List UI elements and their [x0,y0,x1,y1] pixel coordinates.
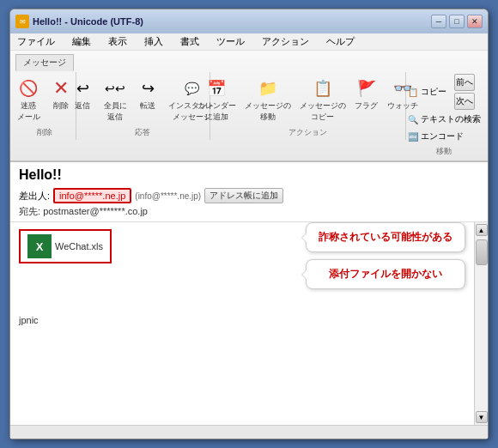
ribbon-group-actions: 📅 カレンダーに追加 📁 メッセージの移動 📋 メッセージのコピー 🚩 フラグ [212,72,406,140]
from-display: (info@*****.ne.jp) [135,191,201,201]
to-address: postmaster@*******.co.jp [43,206,148,216]
delete-label: 削除 [53,100,69,112]
forward-label: 転送 [140,100,155,112]
move-button[interactable]: 📁 メッセージの移動 [241,74,295,125]
attachment[interactable]: X WeChat.xls [19,229,112,263]
ribbon-right-row2: 🔍 テキストの検索 [404,112,485,127]
ribbon-group-delete-label: 削除 [37,127,52,138]
move-icon: 📁 [256,76,280,100]
menu-actions[interactable]: アクション [258,33,313,50]
titlebar-left: ✉ Hello!! - Unicode (UTF-8) [15,15,143,28]
reply-all-label: 全員に返信 [104,100,127,123]
from-address: info@*****.ne.jp [53,188,131,203]
ribbon-right-row3: 🔤 エンコード [404,129,468,144]
email-body-area: X WeChat.xls 詐称されている可能性がある 添付ファイルを開かない [10,222,474,425]
search-text-label: テキストの検索 [421,113,481,125]
delete-junk-button[interactable]: 🚫 迷惑メール [13,74,44,125]
copy-message-button[interactable]: 📋 メッセージのコピー [296,74,349,125]
app-icon: ✉ [15,15,29,28]
warning-callout-2: 添付ファイルを開かない [306,259,465,289]
copy-right-icon: 📋 [408,88,418,97]
junk-mail-label: 迷惑メール [17,100,40,123]
move-label: メッセージの移動 [245,100,291,123]
nav-buttons: 前へ 次へ [454,74,475,110]
scrollbar-thumb[interactable] [476,239,488,265]
menu-format[interactable]: 書式 [177,33,203,50]
encode-label: エンコード [421,130,464,142]
warning-text-1: 詐称されている可能性がある [319,231,452,243]
flag-label: フラグ [355,100,378,112]
copy-right-label: コピー [421,86,446,98]
scroll-up-button[interactable]: ▲ [476,224,488,236]
ribbon-tabs: メッセージ [15,54,483,70]
search-text-button[interactable]: 🔍 テキストの検索 [404,112,485,127]
ribbon-group-right-label: 移動 [436,146,452,157]
titlebar-controls: ─ □ ✕ [431,15,483,28]
copy-message-icon: 📋 [311,76,335,100]
menu-file[interactable]: ファイル [14,33,58,50]
address-book-button[interactable]: アドレス帳に追加 [204,188,283,203]
reply-button[interactable]: ↩ 返信 [67,74,98,114]
ribbon: メッセージ 🚫 迷惑メール ✕ 削除 削除 [10,51,488,162]
forward-icon: ↪ [136,76,160,100]
titlebar: ✉ Hello!! - Unicode (UTF-8) ─ □ ✕ [10,9,488,33]
from-label: 差出人: [19,190,50,203]
ribbon-tab-message[interactable]: メッセージ [15,54,74,71]
ribbon-right-buttons: 📋 コピー 前へ 次へ 🔍 テキストの検索 [404,74,485,144]
prev-button[interactable]: 前へ [454,74,475,91]
email-body-wrapper: X WeChat.xls 詐称されている可能性がある 添付ファイルを開かない [10,222,488,425]
calendar-icon: 📅 [204,76,228,100]
flag-icon: 🚩 [355,76,379,100]
email-header: 差出人: info@*****.ne.jp (info@*****.ne.jp)… [10,186,488,222]
next-button[interactable]: 次へ [454,93,475,110]
status-bar [10,425,488,439]
ribbon-group-actions-label: アクション [288,127,327,138]
ribbon-content: 🚫 迷惑メール ✕ 削除 削除 ↩ 返信 [15,72,483,159]
menubar: ファイル 編集 表示 挿入 書式 ツール アクション ヘルプ [10,33,488,51]
junk-mail-icon: 🚫 [16,76,40,100]
warning-callout-1: 詐称されている可能性がある [306,222,465,252]
menu-help[interactable]: ヘルプ [323,33,358,50]
ribbon-right-row1: 📋 コピー 前へ 次へ [404,74,475,110]
encode-button[interactable]: 🔤 エンコード [404,129,468,144]
reply-all-icon: ↩↩ [103,76,127,100]
menu-insert[interactable]: 挿入 [141,33,167,50]
reply-label: 返信 [75,100,90,112]
ribbon-group-reply: ↩ 返信 ↩↩ 全員に返信 ↪ 転送 💬 インスタントメッセージ [78,72,210,140]
search-text-icon: 🔍 [408,115,418,124]
ribbon-group-right: 📋 コピー 前へ 次へ 🔍 テキストの検索 [408,72,483,159]
calendar-label: カレンダーに追加 [197,100,236,123]
minimize-button[interactable]: ─ [431,15,446,28]
close-button[interactable]: ✕ [467,15,483,28]
menu-tools[interactable]: ツール [213,33,248,50]
calendar-button[interactable]: 📅 カレンダーに追加 [194,74,240,125]
menu-view[interactable]: 表示 [105,33,131,50]
forward-button[interactable]: ↪ 転送 [132,74,163,114]
copy-right-button[interactable]: 📋 コピー [404,84,451,100]
attachment-name: WeChat.xls [55,241,103,251]
email-area: Hello!! 差出人: info@*****.ne.jp (info@****… [10,162,488,425]
copy-message-label: メッセージのコピー [300,100,346,123]
reply-all-button[interactable]: ↩↩ 全員に返信 [100,74,131,125]
maximize-button[interactable]: □ [449,15,465,28]
menu-edit[interactable]: 編集 [69,33,94,50]
email-body-text: jpnic [19,315,465,325]
main-window: ✉ Hello!! - Unicode (UTF-8) ─ □ ✕ ファイル 編… [9,9,489,439]
scrollbar[interactable]: ▲ ▼ [474,222,488,425]
svg-text:X: X [36,240,44,253]
to-label: 宛先: [19,206,43,216]
warning-text-2: 添付ファイルを開かない [329,268,442,280]
reply-icon: ↩ [70,76,94,100]
flag-button[interactable]: 🚩 フラグ [351,74,382,114]
callout-container: 詐称されている可能性がある 添付ファイルを開かない [306,222,465,289]
ribbon-group-actions-buttons: 📅 カレンダーに追加 📁 メッセージの移動 📋 メッセージのコピー 🚩 フラグ [194,74,422,125]
excel-icon: X [27,234,52,258]
scrollbar-track [475,267,488,409]
window-title: Hello!! - Unicode (UTF-8) [33,16,143,27]
scroll-down-button[interactable]: ▼ [476,411,488,423]
encode-icon: 🔤 [408,132,418,142]
email-to-row: 宛先: postmaster@*******.co.jp [19,205,479,218]
email-from-row: 差出人: info@*****.ne.jp (info@*****.ne.jp)… [19,188,479,203]
email-subject: Hello!! [10,162,488,186]
ribbon-group-reply-label: 応答 [135,127,150,138]
